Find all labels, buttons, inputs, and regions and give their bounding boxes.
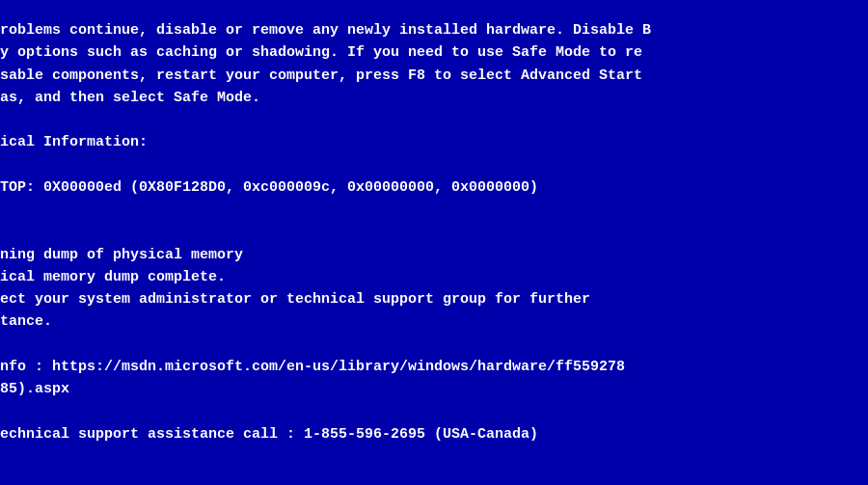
bsod-line: TOP: 0X00000ed (0X80F128D0, 0xc000009c, … xyxy=(0,176,868,199)
bsod-line: y options such as caching or shadowing. … xyxy=(0,41,868,64)
bsod-line: tance. xyxy=(0,310,868,333)
bsod-line: ical memory dump complete. xyxy=(0,266,868,288)
bsod-content: roblems continue, disable or remove any … xyxy=(0,19,868,445)
bsod-screen: roblems continue, disable or remove any … xyxy=(0,0,868,485)
bsod-line: sable components, restart your computer,… xyxy=(0,65,868,87)
empty-line xyxy=(0,154,868,176)
bsod-line: ect your system administrator or technic… xyxy=(0,288,868,310)
bsod-line: echnical support assistance call : 1-855… xyxy=(0,423,868,445)
empty-line xyxy=(0,199,868,221)
bsod-line: ning dump of physical memory xyxy=(0,244,868,266)
empty-line xyxy=(0,221,868,243)
bsod-line: nfo : https://msdn.microsoft.com/en-us/l… xyxy=(0,356,868,378)
bsod-line: as, and then select Safe Mode. xyxy=(0,87,868,109)
bsod-line: 85).aspx xyxy=(0,378,868,400)
bsod-line: ical Information: xyxy=(0,131,868,153)
empty-line xyxy=(0,109,868,131)
empty-line xyxy=(0,334,868,356)
empty-line xyxy=(0,400,868,422)
bsod-line: roblems continue, disable or remove any … xyxy=(0,19,868,41)
